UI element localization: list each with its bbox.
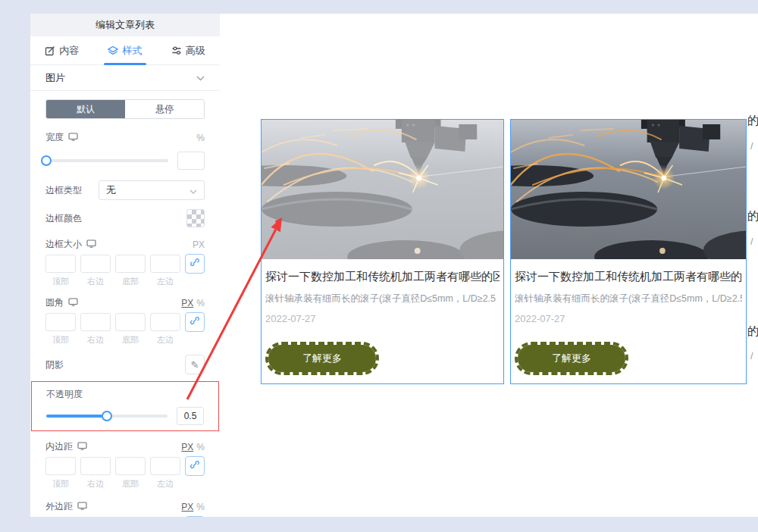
border-color-label: 边框颜色: [45, 212, 82, 225]
border-size-link-button[interactable]: [185, 254, 205, 274]
opacity-slider[interactable]: [46, 415, 168, 418]
padding-unit-px[interactable]: PX: [181, 442, 193, 452]
panel-title: 编辑文章列表: [30, 14, 220, 36]
article-title[interactable]: 探讨一下数控加工和传统机加工两者有哪些的区别？111: [265, 270, 500, 284]
opacity-label: 不透明度: [46, 388, 204, 401]
border-size-top-input[interactable]: [45, 255, 76, 273]
padding-inputs: [45, 456, 205, 476]
padding-label: 内边距: [45, 440, 87, 453]
border-type-label: 边框类型: [45, 184, 82, 197]
width-unit[interactable]: %: [196, 133, 205, 143]
desktop-icon[interactable]: [77, 442, 87, 452]
opacity-input[interactable]: [177, 407, 204, 425]
clipped-card-text: 的: [747, 114, 758, 128]
tab-content[interactable]: 内容: [30, 36, 93, 64]
margin-unit-px[interactable]: PX: [181, 502, 193, 512]
border-size-inputs: [45, 254, 205, 274]
article-card[interactable]: 探讨一下数控加工和传统机加工两者有哪些的区别？111 滚针轴承装有细而长的滚子(…: [510, 119, 747, 384]
tab-style[interactable]: 样式: [93, 36, 156, 64]
opacity-slider-knob[interactable]: [102, 411, 112, 421]
state-default-button[interactable]: 默认: [46, 100, 125, 118]
radius-unit-px[interactable]: PX: [181, 298, 193, 308]
margin-units: PX%: [181, 502, 205, 512]
padding-units: PX%: [181, 442, 205, 452]
desktop-icon[interactable]: [68, 133, 78, 143]
article-image-laser-cutting[interactable]: [511, 120, 746, 259]
radius-inputs: [45, 312, 205, 332]
radius-units: PX%: [181, 298, 205, 308]
clipped-card-text: /: [750, 141, 753, 152]
clipped-card-text: 的: [747, 324, 758, 339]
width-slider-knob[interactable]: [41, 155, 52, 166]
chevron-down-icon: [190, 185, 197, 196]
state-hover-button[interactable]: 悬停: [125, 100, 204, 118]
shadow-label: 阴影: [45, 358, 64, 371]
read-more-button[interactable]: 了解更多: [515, 342, 628, 375]
border-type-select[interactable]: 无: [99, 180, 205, 200]
border-size-label: 边框大小: [45, 238, 96, 251]
desktop-icon[interactable]: [77, 502, 87, 512]
article-image-laser-cutting[interactable]: [262, 120, 503, 259]
article-date: 2022-07-27: [515, 313, 742, 324]
layers-icon: [108, 45, 118, 56]
radius-left-input[interactable]: [150, 313, 180, 331]
shadow-edit-button[interactable]: ✎: [185, 355, 205, 374]
radius-label: 圆角: [45, 296, 78, 309]
margin-link-button[interactable]: [185, 516, 205, 517]
article-date: 2022-07-27: [265, 313, 500, 324]
section-image[interactable]: 图片: [30, 65, 220, 91]
article-card[interactable]: 探讨一下数控加工和传统机加工两者有哪些的区别？111 滚针轴承装有细而长的滚子(…: [261, 119, 504, 384]
desktop-icon[interactable]: [68, 298, 78, 308]
width-label: 宽度: [45, 131, 78, 144]
padding-right-input[interactable]: [80, 457, 111, 475]
link-icon: [190, 315, 200, 329]
radius-link-button[interactable]: [185, 312, 205, 332]
padding-link-button[interactable]: [185, 456, 205, 476]
panel-tab-bar: 内容 样式 高级: [30, 36, 220, 65]
padding-top-input[interactable]: [45, 457, 76, 475]
margin-unit-percent[interactable]: %: [196, 502, 205, 512]
edit-icon: [45, 45, 55, 56]
article-excerpt: 滚针轴承装有细而长的滚子(滚子直径D≤5mm，L/D≥2.5，L为滚...: [265, 293, 500, 305]
pencil-icon: ✎: [191, 359, 199, 371]
clipped-card-text: /: [750, 351, 753, 361]
read-more-button[interactable]: 了解更多: [265, 342, 379, 375]
padding-side-labels: 顶部右边底部左边: [45, 478, 205, 490]
clipped-card-text: /: [750, 236, 753, 247]
margin-inputs: [45, 516, 205, 517]
link-icon: [190, 459, 200, 473]
link-icon: [190, 257, 200, 271]
editor-window: 编辑文章列表 内容 样式 高级 图片 默认 悬停: [0, 0, 758, 532]
article-title[interactable]: 探讨一下数控加工和传统机加工两者有哪些的区别？111: [515, 270, 742, 284]
border-size-unit: PX: [193, 239, 205, 250]
clipped-card-text: 的: [747, 209, 758, 224]
width-input[interactable]: [177, 152, 205, 170]
opacity-highlight-box: 不透明度: [31, 381, 219, 431]
radius-top-input[interactable]: [45, 313, 76, 331]
article-card-body: 探讨一下数控加工和传统机加工两者有哪些的区别？111 滚针轴承装有细而长的滚子(…: [511, 259, 746, 377]
chevron-down-icon: [196, 72, 205, 83]
radius-side-labels: 顶部右边底部左边: [45, 334, 205, 346]
border-size-side-labels: 顶部右边底部左边: [45, 276, 205, 287]
border-size-bottom-input[interactable]: [115, 255, 146, 273]
margin-label: 外边距: [45, 500, 87, 513]
border-size-right-input[interactable]: [80, 255, 111, 273]
padding-unit-percent[interactable]: %: [196, 442, 205, 452]
border-color-swatch checker-swatch[interactable]: [186, 209, 205, 227]
radius-right-input[interactable]: [80, 313, 111, 331]
padding-bottom-input[interactable]: [115, 457, 146, 475]
radius-unit-percent[interactable]: %: [196, 298, 205, 308]
article-card-body: 探讨一下数控加工和传统机加工两者有哪些的区别？111 滚针轴承装有细而长的滚子(…: [262, 259, 503, 377]
edit-panel: 编辑文章列表 内容 样式 高级 图片 默认 悬停: [30, 14, 220, 517]
article-excerpt: 滚针轴承装有细而长的滚子(滚子直径D≤5mm，L/D≥2.5，L为滚...: [515, 293, 742, 305]
state-toggle: 默认 悬停: [45, 99, 205, 119]
sliders-icon: [171, 45, 182, 56]
desktop-icon[interactable]: [86, 239, 96, 250]
tab-advanced[interactable]: 高级: [157, 36, 220, 64]
padding-left-input[interactable]: [150, 457, 180, 475]
border-size-left-input[interactable]: [150, 255, 180, 273]
radius-bottom-input[interactable]: [115, 313, 146, 331]
width-slider[interactable]: [45, 159, 168, 162]
